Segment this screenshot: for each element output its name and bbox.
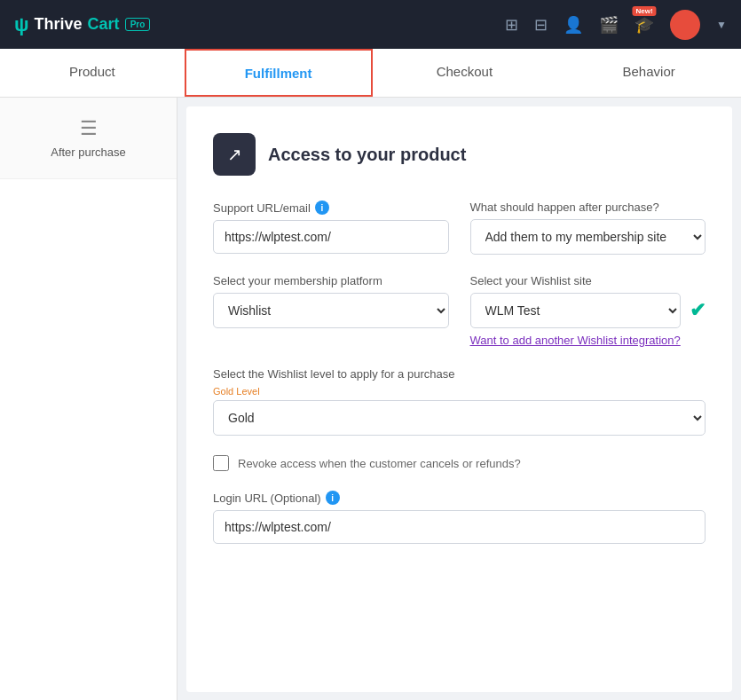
external-link-icon: ↗ bbox=[227, 144, 242, 165]
video-icon[interactable]: 🎬 bbox=[599, 15, 619, 35]
logo[interactable]: ψ ThriveCart Pro bbox=[14, 13, 150, 36]
graduation-icon[interactable]: 🎓 New! bbox=[635, 15, 654, 35]
login-url-label: Login URL (Optional) i bbox=[213, 491, 706, 505]
form-row-2: Select your membership platform Wishlist… bbox=[213, 274, 706, 348]
new-badge: New! bbox=[633, 6, 657, 16]
section-header: ↗ Access to your product bbox=[213, 133, 706, 176]
wishlist-level-select[interactable]: Gold Silver Bronze bbox=[213, 400, 706, 436]
avatar-chevron-icon[interactable]: ▼ bbox=[716, 19, 727, 31]
grid-3x3-icon[interactable]: ⊟ bbox=[534, 15, 548, 35]
logo-cart-text: Cart bbox=[88, 15, 120, 34]
wishlist-level-sublabel: Gold Level bbox=[213, 386, 706, 397]
content-area: ↗ Access to your product Support URL/ema… bbox=[186, 106, 732, 692]
logo-icon: ψ bbox=[14, 13, 29, 36]
login-url-info-icon[interactable]: i bbox=[326, 491, 340, 505]
support-url-input[interactable] bbox=[213, 220, 449, 254]
tab-checkout[interactable]: Checkout bbox=[373, 49, 557, 97]
login-url-section: Login URL (Optional) i bbox=[213, 491, 706, 544]
form-row-1: Support URL/email i What should happen a… bbox=[213, 201, 706, 255]
nav-icons: ⊞ ⊟ 👤 🎬 🎓 New! ▼ bbox=[505, 10, 727, 40]
revoke-access-checkbox[interactable] bbox=[213, 455, 229, 471]
add-wishlist-integration-link[interactable]: Want to add another Wishlist integration… bbox=[470, 334, 681, 347]
after-purchase-icon: ☰ bbox=[80, 117, 98, 140]
support-url-label: Support URL/email i bbox=[213, 201, 449, 215]
support-url-col: Support URL/email i bbox=[213, 201, 449, 255]
wishlist-level-section: Select the Wishlist level to apply for a… bbox=[213, 367, 706, 436]
revoke-access-label: Revoke access when the customer cancels … bbox=[238, 457, 521, 470]
membership-platform-label: Select your membership platform bbox=[213, 274, 449, 287]
pro-badge: Pro bbox=[125, 18, 151, 31]
tab-fulfillment[interactable]: Fulfillment bbox=[185, 49, 373, 97]
after-purchase-select[interactable]: Add them to my membership site Send to a… bbox=[470, 219, 706, 255]
check-icon: ✔ bbox=[690, 299, 706, 322]
after-purchase-col: What should happen after purchase? Add t… bbox=[470, 201, 706, 255]
main-area: ☰ After purchase ↗ Access to your produc… bbox=[0, 98, 741, 700]
after-purchase-label: What should happen after purchase? bbox=[470, 201, 706, 214]
wishlist-level-section-label: Select the Wishlist level to apply for a… bbox=[213, 367, 706, 381]
tab-bar: Product Fulfillment Checkout Behavior bbox=[0, 49, 741, 98]
revoke-access-row: Revoke access when the customer cancels … bbox=[213, 455, 706, 471]
section-title: Access to your product bbox=[268, 145, 466, 165]
tab-product[interactable]: Product bbox=[0, 49, 185, 97]
sidebar-item-after-purchase[interactable]: ☰ After purchase bbox=[0, 98, 177, 179]
logo-thrive-text: Thrive bbox=[35, 15, 83, 34]
sidebar: ☰ After purchase bbox=[0, 98, 177, 700]
tab-behavior[interactable]: Behavior bbox=[556, 49, 741, 97]
wishlist-site-select-row: WLM Test Add new site ✔ bbox=[470, 293, 706, 328]
sidebar-item-label: After purchase bbox=[51, 146, 126, 159]
top-navigation: ψ ThriveCart Pro ⊞ ⊟ 👤 🎬 🎓 New! ▼ bbox=[0, 0, 741, 49]
grid-2x2-icon[interactable]: ⊞ bbox=[505, 15, 518, 35]
membership-platform-col: Select your membership platform Wishlist… bbox=[213, 274, 449, 348]
wishlist-site-col: Select your Wishlist site WLM Test Add n… bbox=[470, 274, 706, 348]
login-url-input[interactable] bbox=[213, 510, 706, 544]
user-icon[interactable]: 👤 bbox=[564, 15, 583, 35]
avatar[interactable] bbox=[670, 10, 700, 40]
membership-platform-select[interactable]: Wishlist MemberMouse ActiveMember360 bbox=[213, 293, 449, 328]
wishlist-site-select[interactable]: WLM Test Add new site bbox=[470, 293, 682, 328]
wishlist-site-label: Select your Wishlist site bbox=[470, 274, 706, 287]
support-url-info-icon[interactable]: i bbox=[315, 201, 329, 215]
section-icon-box: ↗ bbox=[213, 133, 256, 176]
